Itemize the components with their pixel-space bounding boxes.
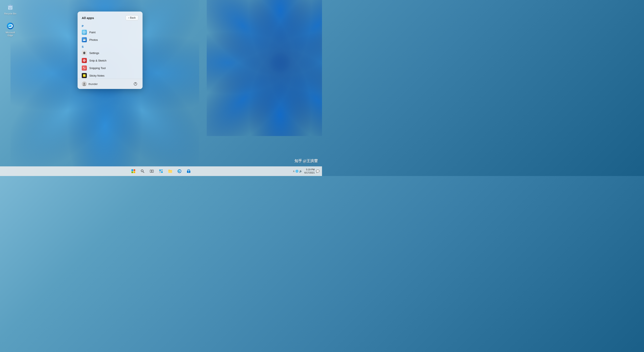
back-chevron: ‹ [128, 16, 129, 19]
app-list: P Paint Photos S Settings Snip [78, 23, 142, 79]
photos-icon [82, 37, 87, 42]
start-button[interactable] [129, 167, 138, 176]
notifications-button[interactable]: 💬 [316, 170, 320, 173]
clock[interactable]: 5:19 PM 6/17/2021 [304, 168, 315, 175]
section-p: P [79, 23, 141, 28]
file-explorer-button[interactable] [166, 167, 175, 176]
settings-icon [82, 50, 87, 55]
svg-line-40 [143, 172, 144, 173]
svg-point-9 [250, 0, 322, 92]
power-button[interactable] [132, 81, 138, 87]
settings-label: Settings [89, 51, 138, 55]
svg-point-11 [250, 33, 322, 136]
search-button[interactable] [138, 167, 147, 176]
svg-rect-48 [161, 172, 163, 173]
snip-sketch-icon [82, 58, 87, 63]
svg-rect-29 [83, 76, 84, 77]
tray-up-arrow[interactable]: ∧ [293, 170, 295, 173]
tray-icons: ∧ 🌐 🔊 [293, 170, 302, 173]
svg-rect-36 [134, 169, 135, 171]
app-paint[interactable]: Paint [79, 28, 141, 36]
sticky-notes-icon [82, 73, 87, 78]
svg-point-22 [84, 39, 85, 40]
svg-point-33 [84, 83, 85, 84]
edge-taskbar-button[interactable] [175, 167, 184, 176]
edge-label: Microsoft Edge [3, 31, 18, 37]
recycle-bin-label: Recycle Bin [4, 12, 16, 15]
svg-rect-42 [152, 170, 154, 173]
taskbar: ∧ 🌐 🔊 5:19 PM 6/17/2021 💬 [0, 166, 322, 176]
desktop-bloom-right [207, 0, 322, 136]
app-settings[interactable]: Settings [79, 49, 141, 57]
svg-rect-47 [159, 173, 161, 173]
svg-rect-37 [132, 172, 133, 173]
menu-header: All apps ‹ Back [78, 11, 142, 23]
clock-date: 6/17/2021 [304, 171, 315, 174]
microsoft-edge-icon[interactable]: Microsoft Edge [2, 21, 18, 38]
svg-point-51 [188, 172, 189, 172]
paint-label: Paint [89, 31, 138, 34]
start-menu: All apps ‹ Back P Paint Photos S [78, 11, 142, 89]
back-button[interactable]: ‹ Back [126, 15, 138, 20]
svg-point-14 [207, 31, 290, 94]
svg-rect-41 [150, 170, 152, 173]
recycle-bin-icon[interactable]: Recycle Bin [2, 2, 18, 16]
edge-image [6, 22, 14, 30]
section-s: S [79, 43, 141, 49]
app-sticky-notes[interactable]: Sticky Notes [79, 72, 141, 79]
app-snipping-tool[interactable]: Snipping Tool [79, 64, 141, 72]
svg-rect-43 [159, 170, 161, 171]
svg-point-10 [270, 31, 322, 94]
svg-line-27 [83, 67, 85, 69]
svg-point-15 [207, 0, 310, 92]
svg-rect-45 [161, 171, 163, 171]
svg-rect-46 [159, 172, 161, 172]
menu-title: All apps [82, 16, 94, 20]
snip-sketch-label: Snip & Sketch [89, 59, 138, 62]
recycle-bin-image [6, 3, 14, 11]
paint-icon [82, 30, 87, 35]
app-snip-sketch[interactable]: Snip & Sketch [79, 57, 141, 64]
menu-footer: thunder [78, 79, 142, 89]
back-label: Back [130, 16, 136, 19]
task-view-button[interactable] [147, 167, 156, 176]
watermark: 知乎 @王洪雷 [294, 159, 318, 164]
user-avatar [82, 81, 87, 86]
svg-rect-38 [134, 172, 135, 173]
username: thunder [88, 82, 98, 86]
user-profile[interactable]: thunder [82, 81, 98, 86]
tray-volume[interactable]: 🔊 [299, 170, 302, 173]
clock-time: 5:19 PM [306, 168, 315, 171]
snipping-icon [82, 65, 87, 71]
svg-point-12 [249, 52, 312, 136]
widgets-button[interactable] [156, 167, 166, 176]
app-photos[interactable]: Photos [79, 36, 141, 43]
svg-point-8 [249, 0, 312, 73]
svg-point-13 [207, 33, 310, 136]
system-tray: ∧ 🌐 🔊 5:19 PM 6/17/2021 💬 [293, 168, 320, 175]
photos-label: Photos [89, 38, 138, 41]
snipping-label: Snipping Tool [89, 67, 138, 70]
svg-rect-35 [132, 169, 133, 171]
store-taskbar-button[interactable] [184, 167, 193, 176]
sticky-notes-label: Sticky Notes [89, 74, 138, 77]
tray-network[interactable]: 🌐 [296, 170, 298, 173]
svg-rect-44 [161, 170, 163, 170]
taskbar-center [129, 167, 193, 176]
